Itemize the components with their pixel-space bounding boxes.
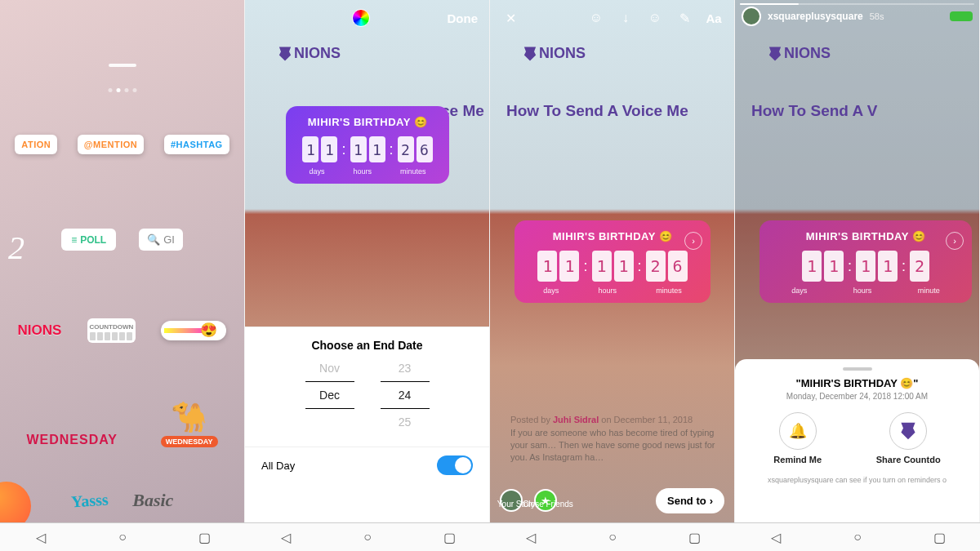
basic-sticker[interactable]: Basic: [132, 490, 173, 511]
recent-apps-icon[interactable]: ▢: [685, 528, 703, 546]
done-button[interactable]: Done: [448, 11, 479, 25]
android-nav-bar: ◁ ○ ▢ ◁ ○ ▢ ◁ ○ ▢ ◁ ○ ▢: [0, 522, 980, 551]
nions-text[interactable]: NIONS: [18, 322, 62, 339]
all-day-toggle[interactable]: [437, 455, 473, 475]
countdown-title: MIHIR'S BIRTHDAY 😊: [299, 116, 436, 128]
story-age: 58s: [870, 11, 884, 21]
panel-countdown-edit: NIONS ce Me Done MIHIR'S BIRTHDAY 😊 11 :…: [245, 0, 490, 522]
sticker-row-2: ≡ POLL 🔍 GI: [0, 229, 244, 251]
mention-sticker[interactable]: @MENTION: [78, 135, 144, 154]
countdown-unit-labels: dayshoursminutes: [299, 167, 436, 176]
story-progress-bar: [740, 3, 974, 5]
yasss-sticker[interactable]: Yasss: [70, 490, 109, 511]
close-friends-label: Close Friends: [519, 500, 577, 509]
panel-sticker-tray: ATION @MENTION #HASHTAG 3 2 ≡ POLL 🔍 GI …: [0, 0, 245, 522]
article-headline: How To Send A V: [751, 102, 877, 120]
article-headline: How To Send A Voice Me: [506, 102, 688, 120]
home-icon[interactable]: ○: [359, 528, 376, 546]
countdown-unit-labels: dayshoursminutes: [528, 287, 697, 295]
countdown-widget[interactable]: MIHIR'S BIRTHDAY 😊 11 : 11 : 26 dayshour…: [286, 106, 449, 184]
close-friends-target[interactable]: ★ Close Friends: [534, 489, 557, 512]
recent-apps-icon[interactable]: ▢: [930, 528, 948, 546]
send-to-button[interactable]: Send to›: [656, 488, 724, 513]
story-header: xsquareplusysquare 58s: [742, 7, 973, 26]
countdown-sticker[interactable]: COUNTDOWN: [87, 318, 136, 343]
drag-handle[interactable]: [109, 64, 136, 67]
sticker-icon[interactable]: ☺: [646, 9, 664, 27]
screens-row: ATION @MENTION #HASHTAG 3 2 ≡ POLL 🔍 GI …: [0, 0, 980, 522]
day-column[interactable]: 23 24 25: [381, 357, 430, 433]
badge: [950, 11, 973, 21]
date-picker[interactable]: Nov Dec 23 24 25: [245, 357, 489, 433]
countdown-label: COUNTDOWN: [90, 323, 134, 331]
countdown-widget[interactable]: › MIHIR'S BIRTHDAY 😊 11 : 11 : 2 dayshou…: [760, 220, 972, 303]
camel-icon: 🐪: [171, 400, 207, 434]
remind-me-button[interactable]: 🔔 Remind Me: [773, 412, 822, 464]
poll-sticker[interactable]: ≡ POLL: [61, 229, 116, 251]
post-meta: Posted by Juhi Sidral on December 11, 20…: [510, 415, 693, 424]
username[interactable]: xsquareplusysquare: [768, 11, 863, 22]
countdown-action-sheet: "MIHIR'S BIRTHDAY 😊" Monday, December 24…: [735, 359, 979, 522]
gif-search-text: GI: [163, 233, 175, 246]
chevron-right-icon: ›: [710, 495, 713, 507]
sheet-actions: 🔔 Remind Me Share Countdo: [746, 412, 968, 464]
chevron-right-icon[interactable]: ›: [684, 232, 702, 250]
chevron-right-icon[interactable]: ›: [946, 232, 964, 250]
all-day-row: All Day: [245, 447, 489, 483]
sheet-footnote: xsquareplusysquare can see if you turn o…: [746, 476, 968, 484]
countdown-digits: 11 : 11 : 2: [773, 251, 959, 282]
sheet-date: Monday, December 24, 2018 12:00 AM: [746, 392, 968, 401]
compose-topbar: ✕ ☺ ↓ ☺ ✎ Aa: [490, 0, 734, 36]
remind-label: Remind Me: [773, 455, 822, 464]
gif-search-sticker[interactable]: 🔍 GI: [139, 229, 183, 251]
wednesday-text-sticker[interactable]: WEDNESDAY: [26, 433, 118, 447]
back-icon[interactable]: ◁: [522, 528, 540, 546]
panel-story-compose: NIONS How To Send A Voice Me ✕ ☺ ↓ ☺ ✎ A…: [490, 0, 735, 522]
recent-apps-icon[interactable]: ▢: [195, 528, 213, 546]
draw-icon[interactable]: ✎: [675, 9, 693, 27]
month-column[interactable]: Nov Dec: [305, 357, 354, 433]
site-logo: NIONS: [278, 45, 341, 62]
share-countdown-button[interactable]: Share Countdo: [876, 412, 941, 464]
home-icon[interactable]: ○: [604, 528, 621, 546]
panel-story-viewer: NIONS How To Send A V xsquareplusysquare…: [735, 0, 980, 522]
countdown-digits: 11 : 11 : 26: [528, 251, 697, 282]
color-picker-icon[interactable]: [352, 9, 370, 27]
site-logo: NIONS: [523, 45, 586, 62]
editor-topbar: Done: [245, 0, 489, 36]
date-picker-sheet: Choose an End Date Nov Dec 23 24 25 All …: [245, 327, 489, 522]
countdown-bars-icon: [90, 332, 134, 340]
page-dots: [108, 88, 136, 92]
recent-apps-icon[interactable]: ▢: [440, 528, 458, 546]
drag-handle[interactable]: [843, 367, 872, 371]
wednesday-badge: WEDNESDAY: [161, 436, 218, 447]
camel-sticker[interactable]: 🐪 WEDNESDAY: [161, 400, 218, 447]
location-sticker[interactable]: ATION: [15, 135, 57, 154]
site-logo: NIONS: [768, 45, 831, 62]
emoji-slider-sticker[interactable]: [161, 321, 226, 340]
back-icon[interactable]: ◁: [32, 528, 50, 546]
download-icon[interactable]: ↓: [617, 9, 635, 27]
hashtag-sticker[interactable]: #HASHTAG: [164, 135, 229, 154]
close-icon[interactable]: ✕: [501, 9, 519, 27]
all-day-label: All Day: [261, 460, 295, 472]
share-icon: [889, 412, 927, 450]
home-icon[interactable]: ○: [114, 528, 131, 546]
face-filter-icon[interactable]: ☺: [587, 9, 605, 27]
back-icon[interactable]: ◁: [277, 528, 295, 546]
countdown-unit-labels: dayshoursminute: [773, 287, 959, 295]
text-icon[interactable]: Aa: [705, 9, 723, 27]
sticker-row-3: NIONS COUNTDOWN: [0, 318, 244, 343]
avatar[interactable]: [742, 7, 761, 26]
sticker-row-1: ATION @MENTION #HASHTAG: [0, 135, 244, 154]
sheet-title: Choose an End Date: [245, 327, 489, 357]
countdown-widget[interactable]: › MIHIR'S BIRTHDAY 😊 11 : 11 : 26 daysho…: [514, 220, 710, 303]
share-label: Share Countdo: [876, 455, 941, 464]
countdown-title: MIHIR'S BIRTHDAY 😊: [528, 230, 697, 242]
sticker-row-4: WEDNESDAY 🐪 WEDNESDAY: [0, 400, 244, 447]
poll-label: POLL: [80, 234, 106, 246]
countdown-title: MIHIR'S BIRTHDAY 😊: [773, 230, 959, 242]
back-icon[interactable]: ◁: [767, 528, 785, 546]
home-icon[interactable]: ○: [849, 528, 866, 546]
post-excerpt: If you are someone who has become tired …: [510, 427, 726, 464]
